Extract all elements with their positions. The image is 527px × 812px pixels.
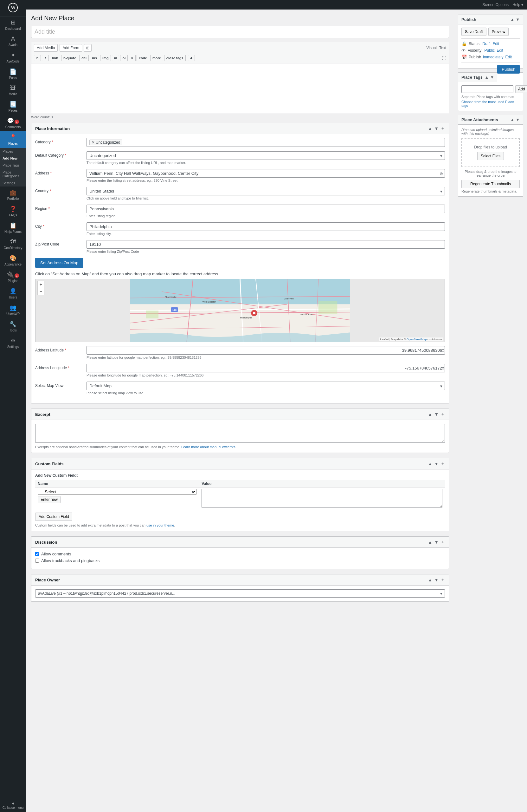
- sidebar-item-portfolio[interactable]: 💼 Portfolio: [0, 187, 26, 203]
- tags-choose-link[interactable]: Choose from the most used Place tags: [462, 100, 520, 107]
- owner-up-icon[interactable]: ▲: [428, 577, 432, 582]
- fullscreen-icon[interactable]: ⛶: [442, 56, 446, 61]
- address-locator-icon[interactable]: ⊕: [439, 171, 443, 176]
- lat-input[interactable]: [87, 346, 445, 354]
- sidebar-item-plugins[interactable]: 🔌1 Plugins: [0, 269, 26, 285]
- default-category-select[interactable]: Uncategorized: [87, 151, 445, 160]
- sidebar-sub-add-new[interactable]: Add New: [0, 155, 26, 162]
- post-title-input[interactable]: [31, 26, 449, 38]
- category-tag-remove[interactable]: ✕: [92, 140, 95, 145]
- lat-down-icon[interactable]: ▼: [442, 350, 444, 353]
- ol-btn[interactable]: ol: [120, 55, 128, 61]
- cf-name-select[interactable]: — Select —: [38, 489, 196, 495]
- openstreetmap-link[interactable]: OpenStreetMap: [407, 338, 427, 341]
- sidebar-item-users[interactable]: 👤 Users: [0, 285, 26, 302]
- sidebar-item-comments[interactable]: 💬1 Comments: [0, 115, 26, 131]
- visibility-edit-link[interactable]: Edit: [497, 48, 503, 53]
- visual-tab[interactable]: Visual: [426, 46, 437, 50]
- italic-btn[interactable]: /: [42, 55, 49, 61]
- tags-up-icon[interactable]: ▲: [485, 75, 489, 79]
- cf-down-icon[interactable]: ▼: [434, 461, 439, 466]
- sidebar-item-appearance[interactable]: 🎨 Appearance: [0, 252, 26, 269]
- excerpt-close-icon[interactable]: ＋: [440, 411, 445, 417]
- country-select[interactable]: United States: [87, 187, 445, 195]
- visibility-value[interactable]: Public: [484, 48, 495, 53]
- owner-down-icon[interactable]: ▼: [434, 577, 439, 582]
- collapse-menu[interactable]: ◀ Collapse menu: [0, 799, 26, 812]
- ins-btn[interactable]: ins: [90, 55, 99, 61]
- sidebar-item-settings[interactable]: ⚙ Settings: [0, 335, 26, 351]
- publish-time-edit-link[interactable]: Edit: [505, 55, 512, 59]
- add-media-btn[interactable]: Add Media: [34, 44, 58, 52]
- discussion-close-icon[interactable]: ＋: [440, 539, 445, 545]
- cf-use-in-theme-link[interactable]: use in your theme: [146, 523, 174, 527]
- text-tab[interactable]: Text: [439, 46, 446, 50]
- ul-btn[interactable]: ul: [112, 55, 119, 61]
- code-btn[interactable]: code: [137, 55, 149, 61]
- sidebar-sub-place-categories[interactable]: Place Categories: [0, 169, 26, 179]
- publish-up-icon[interactable]: ▲: [510, 17, 514, 22]
- publish-btn[interactable]: Publish: [497, 65, 520, 74]
- del-btn[interactable]: del: [79, 55, 89, 61]
- place-info-close-icon[interactable]: ＋: [440, 126, 445, 131]
- add-form-btn[interactable]: Add Form: [60, 44, 82, 52]
- screen-options-btn[interactable]: Screen Options: [482, 2, 509, 7]
- link-btn[interactable]: link: [50, 55, 60, 61]
- owner-close-icon[interactable]: ＋: [440, 577, 445, 583]
- cf-value-textarea[interactable]: [201, 489, 442, 508]
- proofread-btn[interactable]: A: [188, 55, 195, 61]
- attach-down-icon[interactable]: ▼: [516, 117, 520, 122]
- publish-down-icon[interactable]: ▼: [516, 17, 520, 22]
- sidebar-item-ayecode[interactable]: ✦ AyeCode: [0, 49, 26, 66]
- attach-up-icon[interactable]: ▲: [510, 117, 514, 122]
- excerpt-up-icon[interactable]: ▲: [428, 412, 432, 417]
- city-input[interactable]: [87, 222, 445, 231]
- publish-time-value[interactable]: immediately: [483, 55, 503, 59]
- add-tag-btn[interactable]: Add: [515, 85, 527, 93]
- sidebar-item-pages[interactable]: 📃 Pages: [0, 98, 26, 115]
- allow-trackbacks-label[interactable]: Allow trackbacks and pingbacks: [41, 558, 100, 563]
- set-address-btn[interactable]: Set Address On Map: [35, 258, 83, 268]
- status-edit-link[interactable]: Edit: [493, 42, 499, 46]
- map-container[interactable]: 176 West Chester Philadelphia: [35, 279, 445, 342]
- sidebar-item-places[interactable]: 📍 Places: [0, 131, 26, 148]
- allow-comments-checkbox[interactable]: [35, 552, 39, 556]
- place-owner-select[interactable]: avAdaLive (#1 – h61twnqp18q@sxb1plmcpn15…: [35, 589, 445, 598]
- select-files-btn[interactable]: Select Files: [477, 152, 504, 160]
- regen-thumbnails-btn[interactable]: Regenerate Thumbnails: [462, 180, 520, 188]
- sidebar-item-media[interactable]: 🖼 Media: [0, 82, 26, 98]
- status-value[interactable]: Draft: [482, 42, 491, 46]
- blockquote-btn[interactable]: b-quote: [61, 55, 78, 61]
- sidebar-item-tools[interactable]: 🔧 Tools: [0, 318, 26, 335]
- place-info-down-icon[interactable]: ▼: [434, 126, 439, 131]
- sidebar-item-ninja-forms[interactable]: 📋 Ninja Forms: [0, 219, 26, 236]
- map-zoom-out-btn[interactable]: −: [37, 288, 44, 295]
- excerpt-textarea[interactable]: [35, 424, 445, 443]
- sidebar-item-avada[interactable]: A Avada: [0, 33, 26, 49]
- help-btn[interactable]: Help ▾: [512, 2, 523, 7]
- sidebar-item-userswp[interactable]: 👥 UsersWP: [0, 302, 26, 318]
- category-input[interactable]: ✕ Uncategorized: [87, 138, 445, 147]
- dropzone[interactable]: Drop files to upload Select Files: [462, 138, 520, 167]
- li-btn[interactable]: li: [129, 55, 136, 61]
- add-cf-btn[interactable]: Add Custom Field: [35, 512, 72, 521]
- cf-close-icon[interactable]: ＋: [440, 461, 445, 467]
- excerpt-learn-more-link[interactable]: Learn more about manual excerpts: [181, 445, 236, 449]
- editor-content-area[interactable]: [31, 63, 449, 114]
- zip-input[interactable]: [87, 240, 445, 249]
- sidebar-item-dashboard[interactable]: ⊞ Dashboard: [0, 16, 26, 33]
- close-tags-btn[interactable]: close tags: [164, 55, 186, 61]
- sidebar-item-posts[interactable]: 📄 Posts: [0, 66, 26, 82]
- sidebar-sub-places[interactable]: Places: [0, 148, 26, 155]
- lng-down-icon[interactable]: ▼: [442, 368, 444, 371]
- allow-trackbacks-checkbox[interactable]: [35, 559, 39, 563]
- save-draft-btn[interactable]: Save Draft: [462, 28, 486, 36]
- preview-btn[interactable]: Preview: [488, 28, 509, 36]
- allow-comments-label[interactable]: Allow comments: [41, 552, 71, 556]
- grid-btn[interactable]: ⊞: [84, 44, 92, 52]
- discussion-down-icon[interactable]: ▼: [434, 539, 439, 545]
- sidebar-item-geodirectory[interactable]: 🗺 GeoDirectory: [0, 236, 26, 252]
- img-btn[interactable]: img: [100, 55, 111, 61]
- map-zoom-in-btn[interactable]: +: [37, 281, 44, 288]
- map-view-select[interactable]: Default Map: [87, 381, 445, 390]
